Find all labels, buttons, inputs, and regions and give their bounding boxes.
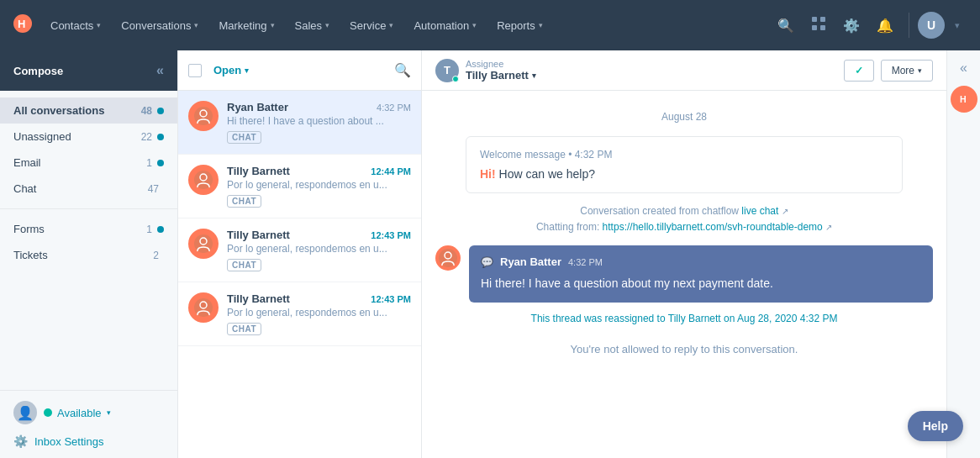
conv-header-row: Tilly Barnett 12:43 PM — [227, 292, 411, 305]
select-all-checkbox[interactable] — [188, 64, 202, 77]
live-chat-link[interactable]: live chat — [741, 205, 778, 217]
chevron-down-icon: ▾ — [539, 21, 543, 29]
message-header: 💬 Ryan Batter 4:32 PM — [481, 255, 921, 268]
nav-contacts[interactable]: Contacts ▾ — [42, 14, 109, 37]
contact-avatar — [188, 229, 219, 259]
assignee-name[interactable]: Tilly Barnett ▾ — [466, 69, 536, 82]
user-message-wrap: 💬 Ryan Batter 4:32 PM Hi there! I have a… — [435, 245, 933, 303]
gear-icon: ⚙️ — [13, 434, 28, 448]
no-reply-notice: You're not allowed to reply to this conv… — [435, 334, 933, 364]
svg-rect-4 — [812, 25, 817, 30]
external-link-icon: ↗ — [782, 207, 788, 216]
svg-rect-2 — [812, 17, 817, 22]
conversation-item[interactable]: Ryan Batter 4:32 PM Hi there! I have a q… — [178, 91, 421, 155]
right-panel-collapse: « H — [946, 50, 980, 458]
conv-list-header: Open ▾ 🔍 — [178, 50, 421, 91]
chevron-down-icon: ▾ — [271, 21, 275, 29]
conversation-item[interactable]: Tilly Barnett 12:43 PM Por lo general, r… — [178, 218, 421, 282]
conversation-item[interactable]: Tilly Barnett 12:43 PM Por lo general, r… — [178, 282, 421, 346]
sidebar-item-unassigned[interactable]: Unassigned 22 — [0, 124, 177, 150]
nav-conversations[interactable]: Conversations ▾ — [113, 14, 207, 37]
svg-text:H: H — [18, 18, 25, 30]
availability-button[interactable]: Available ▾ — [44, 403, 111, 423]
availability-dot — [44, 408, 52, 417]
contact-avatar — [188, 292, 219, 323]
hubspot-icon[interactable]: H — [951, 86, 977, 113]
online-status-dot — [452, 76, 459, 82]
check-icon: ✓ — [855, 65, 863, 76]
conversation-content: Tilly Barnett 12:43 PM Por lo general, r… — [227, 229, 411, 271]
sidebar-footer: 👤 Available ▾ ⚙️ Inbox Settings — [0, 390, 177, 458]
welcome-message: Welcome message • 4:32 PM Hi! How can we… — [466, 136, 903, 193]
chat-body: August 28 Welcome message • 4:32 PM Hi! … — [422, 91, 946, 458]
nav-automation[interactable]: Automation ▾ — [405, 14, 485, 37]
nav-service[interactable]: Service ▾ — [341, 14, 402, 37]
chevron-down-icon: ▾ — [918, 66, 922, 75]
contact-avatar — [188, 101, 219, 131]
contact-avatar — [188, 165, 219, 195]
compose-button[interactable]: Compose « — [0, 50, 177, 91]
sidebar-item-chat[interactable]: Chat 47 — [0, 176, 177, 202]
conv-header-row: Tilly Barnett 12:44 PM — [227, 165, 411, 177]
help-button[interactable]: Help — [908, 411, 963, 441]
sidebar-navigation: All conversations 48 Unassigned 22 Email… — [0, 91, 177, 390]
chatflow-info: Conversation created from chatflow live … — [435, 203, 933, 235]
main-layout: Compose « All conversations 48 Unassigne… — [0, 50, 980, 458]
settings-icon[interactable]: ⚙️ — [836, 13, 867, 39]
chat-panel: T Assignee Tilly Barnett ▾ ✓ More ▾ — [422, 50, 946, 458]
chevron-down-icon: ▾ — [389, 21, 393, 29]
conversation-content: Tilly Barnett 12:43 PM Por lo general, r… — [227, 292, 411, 335]
conversation-content: Tilly Barnett 12:44 PM Por lo general, r… — [227, 165, 411, 208]
collapse-icon[interactable]: « — [960, 61, 967, 76]
conv-header-row: Tilly Barnett 12:43 PM — [227, 229, 411, 241]
unread-dot — [157, 134, 164, 140]
check-button[interactable]: ✓ — [844, 60, 874, 82]
conversation-list: Open ▾ 🔍 Ryan Batter 4:32 PM Hi there! I… — [178, 50, 422, 458]
chat-icon: 💬 — [481, 256, 493, 268]
inbox-settings-button[interactable]: ⚙️ Inbox Settings — [13, 428, 103, 448]
sidebar-item-all-conversations[interactable]: All conversations 48 — [0, 97, 177, 124]
filter-dropdown[interactable]: Open ▾ — [208, 61, 254, 80]
unread-dot — [157, 108, 164, 114]
unread-dot — [157, 226, 164, 233]
conversation-content: Ryan Batter 4:32 PM Hi there! I have a q… — [227, 101, 411, 144]
chevron-down-icon: ▾ — [97, 21, 101, 29]
more-button[interactable]: More ▾ — [881, 60, 933, 82]
chatting-from-link[interactable]: https://hello.tillybarnett.com/svh-round… — [603, 221, 823, 233]
hubspot-logo[interactable]: H — [13, 14, 32, 37]
welcome-text: Hi! How can we help? — [480, 167, 888, 181]
chevron-down-icon: ▾ — [325, 21, 329, 29]
svg-text:H: H — [960, 94, 967, 104]
nav-marketing[interactable]: Marketing ▾ — [210, 14, 282, 37]
conversation-item[interactable]: Tilly Barnett 12:44 PM Por lo general, r… — [178, 155, 421, 218]
svg-rect-5 — [820, 25, 825, 30]
external-link-icon: ↗ — [825, 223, 832, 232]
top-navigation: H Contacts ▾ Conversations ▾ Marketing ▾… — [0, 0, 980, 50]
chevron-down-icon: ▾ — [532, 71, 536, 80]
sidebar-divider — [0, 208, 177, 209]
sidebar-item-email[interactable]: Email 1 — [0, 150, 177, 176]
nav-reports[interactable]: Reports ▾ — [488, 14, 551, 37]
nav-sales[interactable]: Sales ▾ — [287, 14, 339, 37]
user-menu-chevron[interactable]: ▾ — [948, 15, 967, 36]
search-icon[interactable]: 🔍 — [771, 13, 801, 39]
sidebar-item-tickets[interactable]: Tickets 2 — [0, 242, 177, 268]
nav-divider — [909, 13, 909, 38]
reassign-notice: This thread was reassigned to Tilly Barn… — [435, 313, 933, 324]
sidebar-item-forms[interactable]: Forms 1 — [0, 216, 177, 242]
collapse-icon: « — [156, 63, 164, 78]
svg-rect-3 — [820, 17, 825, 22]
chevron-down-icon: ▾ — [107, 408, 111, 417]
conv-header-row: Ryan Batter 4:32 PM — [227, 101, 411, 113]
marketplace-icon[interactable] — [804, 11, 833, 39]
notifications-icon[interactable]: 🔔 — [870, 13, 900, 39]
assignee-info: T Assignee Tilly Barnett ▾ — [435, 59, 834, 82]
user-status-avatar: 👤 — [13, 401, 37, 424]
sender-avatar — [435, 245, 461, 271]
user-avatar[interactable]: U — [918, 12, 945, 39]
unread-dot — [157, 160, 164, 166]
chevron-down-icon: ▾ — [472, 21, 477, 29]
date-divider: August 28 — [435, 111, 933, 123]
search-icon[interactable]: 🔍 — [394, 62, 411, 78]
assignee-avatar: T — [435, 59, 459, 82]
